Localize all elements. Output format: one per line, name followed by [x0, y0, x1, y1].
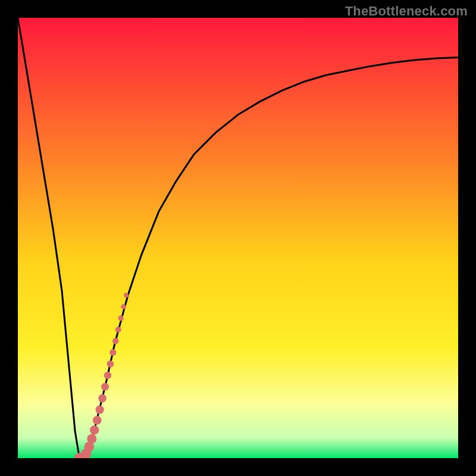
highlight-marker — [93, 416, 102, 425]
highlight-marker — [118, 315, 124, 321]
highlight-marker — [109, 349, 116, 356]
highlight-marker — [112, 338, 119, 345]
highlight-marker — [96, 405, 104, 414]
watermark-text: TheBottleneck.com — [345, 4, 468, 19]
chart-frame: TheBottleneck.com — [0, 0, 476, 476]
chart-svg — [18, 18, 458, 458]
highlight-marker — [121, 304, 126, 309]
highlight-marker — [107, 361, 114, 368]
highlight-marker — [87, 434, 96, 443]
highlight-marker — [90, 425, 99, 435]
highlight-marker — [124, 293, 129, 298]
highlight-marker — [98, 394, 107, 403]
gradient-background — [18, 18, 458, 458]
highlight-marker — [101, 383, 109, 391]
plot-area — [18, 18, 458, 458]
highlight-marker — [115, 327, 121, 333]
highlight-marker — [104, 372, 111, 379]
